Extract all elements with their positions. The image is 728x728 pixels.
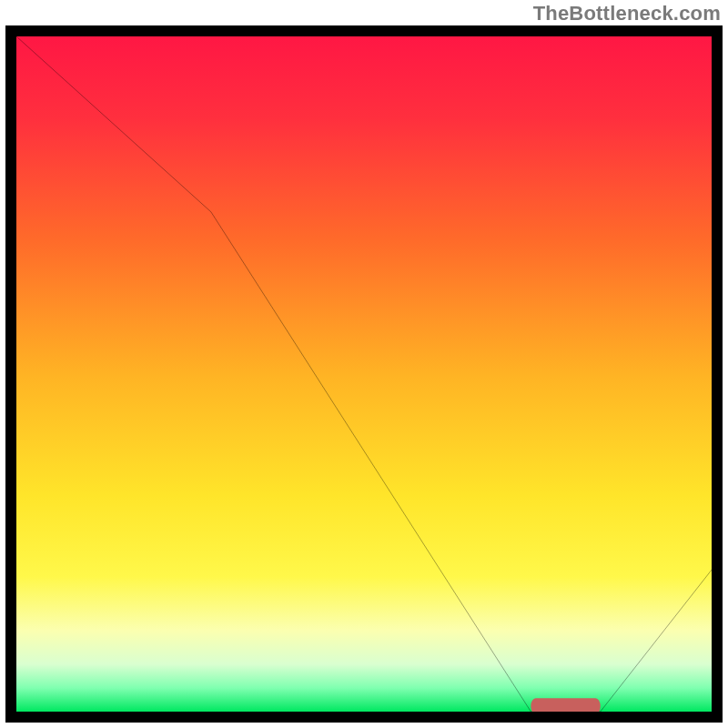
gradient-fill [16, 36, 712, 712]
optimal-range-marker [531, 698, 600, 712]
plot-frame [5, 25, 723, 723]
chart-svg [16, 36, 712, 712]
plot-area [16, 36, 712, 712]
watermark-text: TheBottleneck.com [533, 2, 721, 25]
chart-root: TheBottleneck.com [0, 0, 728, 728]
